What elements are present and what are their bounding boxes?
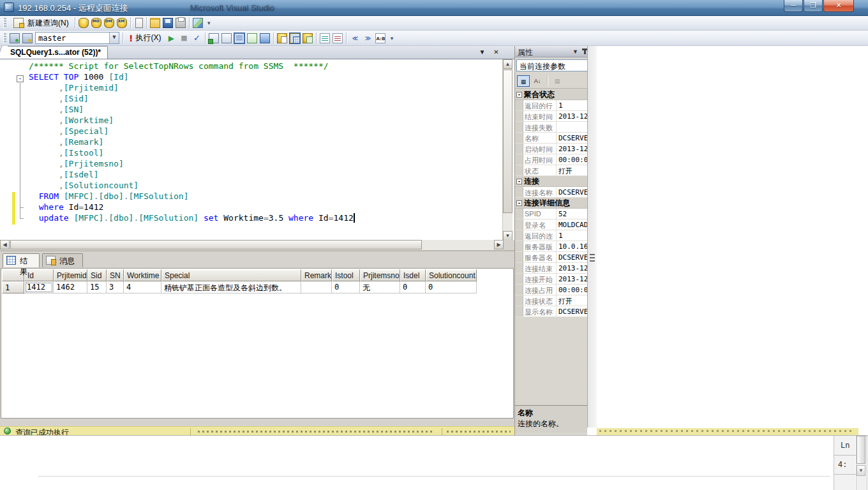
change-connection-icon[interactable] — [22, 33, 33, 43]
uncomment-lines-icon[interactable] — [333, 33, 343, 43]
open-file-icon[interactable] — [135, 18, 143, 28]
scroll-left-icon[interactable]: ◀ — [0, 240, 10, 249]
mdx-query-icon[interactable] — [91, 18, 101, 28]
property-row[interactable]: 返回的行1 — [515, 100, 587, 111]
decrease-indent-icon[interactable] — [350, 33, 360, 43]
grid-cell[interactable]: 15 — [87, 281, 107, 293]
debug-icon[interactable] — [166, 33, 176, 43]
code-line[interactable]: SELECT TOP 1000 [Id] — [29, 71, 503, 82]
query-tab[interactable]: SQLQuery1.s...ator (52))* — [2, 46, 108, 59]
open-folder-icon[interactable] — [150, 18, 160, 28]
column-header-solutioncount[interactable]: Solutioncount — [426, 269, 477, 281]
host-splitter[interactable] — [587, 46, 597, 427]
property-row[interactable]: 状态打开 — [515, 165, 587, 176]
scroll-down-icon[interactable]: ▼ — [857, 465, 865, 476]
property-row[interactable]: 名称DCSERVE — [515, 133, 587, 144]
property-row[interactable]: 服务器名DCSERVE — [515, 252, 587, 263]
code-line[interactable]: /****** Script for SelectTopNRows comman… — [29, 61, 503, 71]
grid-cell[interactable]: 4 — [124, 281, 161, 293]
grid-cell[interactable]: 0 — [332, 281, 360, 293]
property-category[interactable]: -聚合状态 — [515, 89, 587, 100]
row-header[interactable]: 1 — [2, 281, 24, 293]
sql-code[interactable]: /****** Script for SelectTopNRows comman… — [0, 61, 503, 240]
code-line[interactable]: ,[Solutioncount] — [29, 180, 503, 191]
grid-cell[interactable]: 1462 — [54, 281, 87, 293]
scroll-thumb[interactable] — [503, 70, 513, 213]
property-row[interactable]: 显示名称DCSERVE — [515, 306, 587, 317]
property-row[interactable]: 服务器版10.0.16 — [515, 241, 587, 252]
execute-button[interactable]: !执行(X) — [125, 31, 165, 45]
combo-dropdown-icon[interactable]: ▼ — [109, 33, 119, 43]
save-icon[interactable] — [163, 18, 173, 28]
column-header-istool[interactable]: Istool — [332, 269, 360, 281]
code-line[interactable]: ,[Prjitemid] — [29, 82, 503, 93]
property-row[interactable]: 连接名称DCSERVE — [515, 187, 587, 198]
collapse-icon[interactable]: - — [516, 179, 522, 184]
property-row[interactable]: 连接失败 — [515, 122, 587, 133]
code-line[interactable]: FROM [MFPC].[dbo].[MFSolution] — [29, 191, 503, 202]
grid-cell[interactable]: 0 — [400, 281, 426, 293]
minimize-button[interactable]: ─ — [784, 0, 803, 12]
design-query-icon[interactable] — [209, 33, 219, 43]
property-row[interactable]: 连接开始2013-12 — [515, 274, 587, 285]
properties-menu-icon[interactable]: ▼ — [572, 48, 578, 55]
grid-cell[interactable]: 3 — [107, 281, 124, 293]
sql-editor[interactable]: - /****** Script for SelectTopNRows comm… — [0, 59, 514, 240]
include-actual-plan-icon[interactable] — [247, 33, 257, 43]
toolbar-overflow-icon[interactable]: ▾ — [206, 17, 213, 29]
grid-cell[interactable]: 1412 — [24, 281, 54, 293]
column-header-sid[interactable]: Sid — [87, 269, 107, 281]
editor-close-icon[interactable]: ✕ — [491, 48, 501, 57]
property-row[interactable]: 连接结束2013-12 — [515, 263, 587, 274]
close-button[interactable]: ✕ — [823, 0, 854, 12]
increase-indent-icon[interactable] — [363, 33, 373, 43]
categorized-icon[interactable]: ▦ — [517, 75, 530, 87]
property-row[interactable]: 返回的连1 — [515, 230, 587, 241]
column-header-prjitemid[interactable]: Prjitemid — [54, 269, 87, 281]
column-header-remark[interactable]: Remark — [301, 269, 332, 281]
activity-monitor-icon[interactable] — [193, 18, 203, 28]
parse-icon[interactable] — [191, 33, 202, 43]
xmla-query-icon[interactable] — [117, 18, 127, 28]
comment-lines-icon[interactable] — [320, 33, 330, 43]
results-to-file-icon[interactable] — [303, 33, 313, 43]
grid-cell[interactable]: 0 — [426, 281, 477, 293]
splitter-grip-icon[interactable] — [590, 254, 595, 263]
toolbar-grip[interactable] — [3, 18, 6, 28]
toolbar-overflow-icon[interactable]: ▾ — [388, 33, 395, 44]
new-query-button[interactable]: 新建查询(N) — [8, 16, 73, 30]
tab-results[interactable]: 结果 — [3, 253, 40, 267]
column-header-id[interactable]: Id — [24, 269, 54, 281]
connect-icon[interactable] — [10, 33, 20, 43]
property-row[interactable]: 连接占用00:00:0 — [515, 285, 587, 295]
print-icon[interactable] — [176, 18, 186, 28]
scroll-up-icon[interactable]: ▲ — [503, 59, 513, 69]
code-line[interactable]: ,[SN] — [29, 104, 503, 115]
scroll-thumb[interactable] — [10, 240, 422, 249]
column-header-worktime[interactable]: Worktime — [124, 269, 161, 281]
properties-object-selector[interactable]: 当前连接参数 — [516, 59, 587, 71]
stop-icon[interactable] — [179, 33, 189, 43]
scroll-down-icon[interactable]: ▼ — [503, 231, 513, 241]
specify-template-values-icon[interactable] — [221, 33, 232, 43]
grid-cell[interactable]: 无 — [360, 281, 400, 293]
results-to-text-icon[interactable] — [277, 33, 287, 43]
tab-messages[interactable]: 消息 — [42, 253, 83, 267]
code-line[interactable]: ,[Sid] — [29, 93, 503, 104]
column-header-special[interactable]: Special — [161, 269, 301, 281]
code-line[interactable]: ,[Istool] — [29, 147, 503, 158]
property-category[interactable]: -连接 — [515, 176, 587, 187]
property-row[interactable]: 启动时间2013-12 — [515, 144, 587, 154]
collapse-icon[interactable]: - — [516, 200, 522, 206]
editor-dropdown-icon[interactable]: ▼ — [477, 48, 487, 57]
toolbar-grip[interactable] — [3, 33, 6, 43]
query-options-icon[interactable] — [234, 33, 244, 43]
grid-cell[interactable]: 精铣铲基正面各造型及各斜边到数。 — [161, 281, 301, 293]
grid-cell[interactable] — [301, 281, 332, 293]
database-combo[interactable]: master▼ — [35, 32, 119, 44]
pin-icon[interactable] — [584, 48, 586, 54]
editor-vertical-scrollbar[interactable]: ▲ ▼ — [502, 59, 513, 241]
column-header-prjitemsno[interactable]: Prjitemsno — [360, 269, 400, 281]
scroll-thumb[interactable] — [857, 436, 865, 464]
code-line[interactable]: ,[Prjitemsno] — [29, 158, 503, 169]
